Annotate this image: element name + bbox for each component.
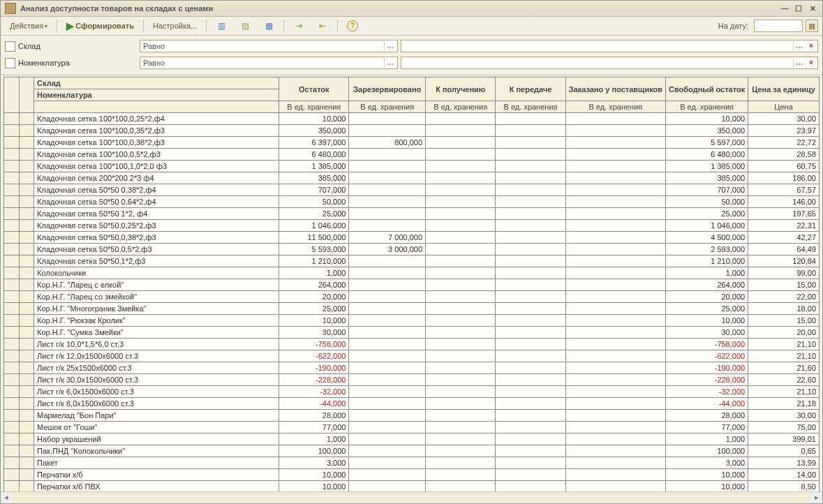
cell-reserved	[349, 125, 426, 137]
table-row[interactable]: Кладочная сетка 200*200 2*3 ф4385,000385…	[4, 172, 820, 184]
date-picker-button[interactable]: ▦	[806, 20, 818, 32]
table-row[interactable]: Кладочная сетка 50*50 1*2, ф425,00025,00…	[4, 208, 820, 220]
warehouse-filter-checkbox[interactable]	[5, 41, 15, 52]
date-label: На дату:	[718, 22, 751, 30]
nomenclature-filter-checkbox[interactable]	[5, 58, 15, 68]
ellipsis-icon[interactable]: …	[384, 58, 396, 68]
cell-free: -758,000	[666, 339, 748, 350]
horizontal-scrollbar[interactable]: ◂ ▸	[1, 491, 822, 503]
cell-transfer	[496, 208, 565, 220]
cell-name: Лист г/к 30,0х1500х6000 ст.3	[34, 374, 279, 386]
col-price: Цена за единицу	[748, 77, 820, 101]
scroll-right-icon[interactable]: ▸	[811, 493, 822, 503]
table-row[interactable]: Пак.ПНД "Колокольчики"100,000100,0000,65	[4, 445, 820, 457]
ellipsis-icon[interactable]: …	[793, 41, 805, 51]
date-input[interactable]: . .	[754, 20, 803, 32]
nomenclature-filter-op[interactable]: Равно…	[140, 57, 398, 69]
cell-balance: 100,000	[279, 445, 349, 457]
table-row[interactable]: Кладочная сетка 50*50,0,38*2,ф311 500,00…	[4, 232, 820, 244]
table-row[interactable]: Кладочная сетка 100*100,0,38*2,ф36 397,0…	[4, 137, 820, 149]
cell-name: Перчатки х/б	[34, 469, 279, 481]
cell-reserved	[349, 184, 426, 196]
table-row[interactable]: Кладочная сетка 100*100,1,0*2,0 ф31 385,…	[4, 161, 820, 172]
settings-button[interactable]: Настройка...	[148, 20, 202, 32]
cell-receive	[426, 291, 496, 303]
import-icon[interactable]: ⇤	[312, 18, 333, 34]
table-row[interactable]: Кор.Н.Г. "Сумка Змейки"30,00030,00020,00	[4, 327, 820, 339]
cell-price: 30,00	[748, 113, 820, 125]
table-row[interactable]: Кладочная сетка 100*100,0,5*2,ф36 480,00…	[4, 149, 820, 161]
table-row[interactable]: Колокольчики1,0001,00099,00	[4, 267, 820, 279]
nomenclature-filter-value[interactable]: …×	[401, 57, 818, 69]
help-button[interactable]: ?	[342, 18, 363, 34]
cell-free: 4 500,000	[666, 232, 748, 244]
cell-receive	[426, 220, 496, 232]
clear-icon[interactable]: ×	[806, 58, 816, 68]
cell-price: 22,72	[748, 137, 820, 149]
panel-icon[interactable]: ▤	[235, 18, 255, 34]
form-report-button[interactable]: ▶Сформировать	[61, 18, 139, 34]
cell-receive	[426, 184, 496, 196]
table-row[interactable]: Перчатки х/б10,00010,00014,00	[4, 469, 820, 481]
cell-price: 30,00	[748, 410, 820, 422]
table-row[interactable]: Лист г/к 12,0х1500х6000 ст.3-622,000-622…	[4, 350, 820, 362]
cell-name: Лист г/к 6,0х1500х6000 ст.3	[34, 386, 279, 398]
cell-ordered	[565, 410, 665, 422]
minimize-button[interactable]: —	[779, 3, 790, 13]
table-row[interactable]: Перчатки х/б ПВХ10,00010,0008,50	[4, 481, 820, 492]
export-icon[interactable]: ⇥	[288, 18, 309, 34]
table-row[interactable]: Кладочная сетка 50*50 0,64*2,ф450,00050,…	[4, 196, 820, 208]
table-row[interactable]: Лист г/к 30,0х1500х6000 ст.3-228,000-228…	[4, 374, 820, 386]
grid-icon[interactable]: ▦	[258, 18, 279, 34]
table-row[interactable]: Мешок от "Гоши"77,00077,00075,00	[4, 422, 820, 433]
table-row[interactable]: Кладочная сетка 100*100,0,35*2,ф3350,000…	[4, 125, 820, 137]
table-row[interactable]: Кор.Н.Г. "Многограник Змейка"25,00025,00…	[4, 303, 820, 315]
table-row[interactable]: Лист г/к 10,0*1,5*6,0 ст.3-758,000-758,0…	[4, 339, 820, 350]
table-row[interactable]: Лист г/к 25х1500х6000 ст.3-190,000-190,0…	[4, 362, 820, 374]
cell-reserved	[349, 315, 426, 327]
cell-ordered	[565, 433, 665, 445]
clear-icon[interactable]: ×	[806, 41, 816, 51]
table-row[interactable]: Пакет3,0003,00013,99	[4, 457, 820, 469]
ellipsis-icon[interactable]: …	[793, 58, 805, 68]
ellipsis-icon[interactable]: …	[384, 41, 396, 51]
table-row[interactable]: Кладочная сетка 100*100,0,25*2,ф410,0001…	[4, 113, 820, 125]
cell-price: 23,97	[748, 125, 820, 137]
cell-price: 21,10	[748, 339, 820, 350]
actions-menu[interactable]: Действия▾	[5, 20, 52, 32]
table-row[interactable]: Лист г/к 6,0х1500х6000 ст.3-32,000-32,00…	[4, 386, 820, 398]
table-row[interactable]: Набор украшений1,0001,000399,01	[4, 433, 820, 445]
table-row[interactable]: Кор.Н.Г. "Ларец со змейкой"20,00020,0002…	[4, 291, 820, 303]
table-row[interactable]: Мармелад "Бон Пари"28,00028,00030,00	[4, 410, 820, 422]
cell-receive	[426, 303, 496, 315]
cell-balance: 385,000	[279, 172, 349, 184]
table-row[interactable]: Лист г/к 8,0х1500х6000 ст.3-44,000-44,00…	[4, 398, 820, 410]
cell-name: Мармелад "Бон Пари"	[34, 410, 279, 422]
close-button[interactable]: ✕	[807, 3, 818, 13]
cell-ordered	[565, 149, 665, 161]
warehouse-filter-op[interactable]: Равно…	[140, 40, 398, 52]
cell-receive	[426, 315, 496, 327]
cell-reserved: 800,000	[349, 137, 426, 149]
cell-balance: 1 046,000	[279, 220, 349, 232]
cell-balance: 1 210,000	[279, 255, 349, 267]
cell-name: Кладочная сетка 200*200 2*3 ф4	[34, 172, 279, 184]
cell-transfer	[496, 374, 565, 386]
cell-transfer	[496, 113, 565, 125]
table-row[interactable]: Кладочная сетка 50*50,0,5*2,ф35 593,0003…	[4, 244, 820, 255]
table-row[interactable]: Кладочная сетка 50*50,0,25*2,ф31 046,000…	[4, 220, 820, 232]
table-row[interactable]: Кор.Н.Г. "Ларец с елкой"264,000264,00015…	[4, 279, 820, 291]
warehouse-filter-value[interactable]: …×	[401, 40, 818, 52]
scroll-left-icon[interactable]: ◂	[1, 493, 12, 503]
chart-icon[interactable]: ▥	[211, 18, 232, 34]
cell-free: 30,000	[666, 327, 748, 339]
cell-free: 10,000	[666, 481, 748, 492]
cell-free: 385,000	[666, 172, 748, 184]
maximize-button[interactable]: ☐	[793, 3, 804, 13]
cell-transfer	[496, 327, 565, 339]
cell-receive	[426, 267, 496, 279]
table-row[interactable]: Кор.Н.Г. "Рюкзак Кролик"10,00010,00015,0…	[4, 315, 820, 327]
table-row[interactable]: Кладочная сетка 50*50 0,38*2,ф4707,00070…	[4, 184, 820, 196]
table-row[interactable]: Кладочная сетка 50*50,1*2,ф31 210,0001 2…	[4, 255, 820, 267]
report-area[interactable]: Склад Остаток Зарезервировано К получени…	[1, 75, 822, 491]
